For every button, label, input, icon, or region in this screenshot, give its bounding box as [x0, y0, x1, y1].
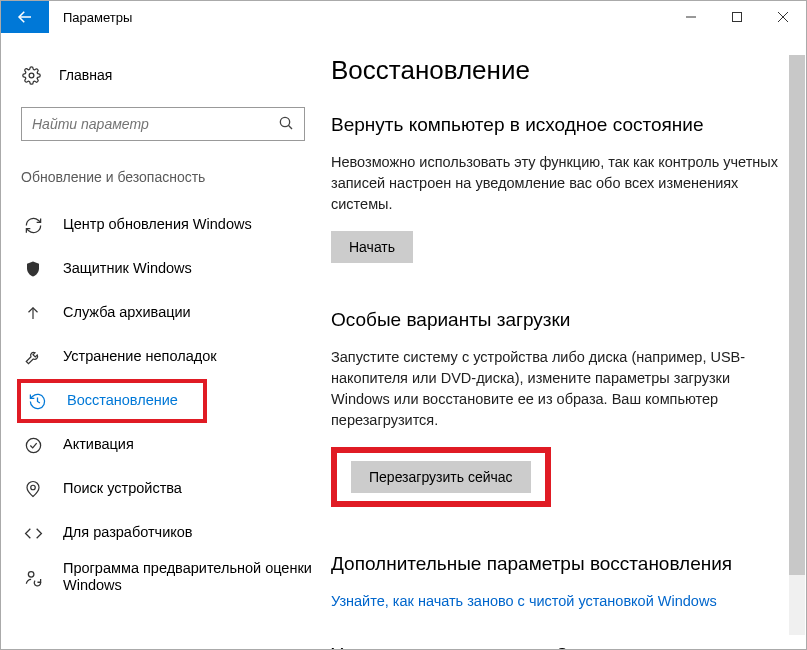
history-icon: [27, 392, 47, 411]
wrench-icon: [23, 348, 43, 366]
sync-icon: [23, 216, 43, 235]
advanced-body: Запустите систему с устройства либо диск…: [331, 347, 786, 431]
person-sync-icon: [23, 568, 43, 587]
sidebar-item-label: Поиск устройства: [63, 480, 331, 497]
home-link[interactable]: Главная: [21, 57, 331, 93]
svg-point-6: [280, 117, 289, 126]
minimize-button[interactable]: [668, 1, 714, 33]
section-faq: У вас появились вопросы?: [331, 644, 786, 649]
sidebar-item-label: Активация: [63, 436, 331, 453]
sidebar-item-recovery[interactable]: Восстановление: [17, 379, 207, 423]
location-icon: [23, 480, 43, 498]
sidebar: Главная Обновление и безопасность Центр …: [1, 33, 331, 649]
sidebar-item-label: Для разработчиков: [63, 524, 331, 541]
page-title: Восстановление: [331, 55, 786, 86]
svg-point-5: [29, 73, 34, 78]
reset-body: Невозможно использовать эту функцию, так…: [331, 152, 786, 215]
window-title: Параметры: [63, 10, 132, 25]
code-icon: [23, 524, 43, 543]
sidebar-item-defender[interactable]: Защитник Windows: [21, 247, 331, 291]
gear-icon: [21, 66, 41, 85]
search-icon: [278, 115, 294, 134]
group-title: Обновление и безопасность: [21, 169, 331, 185]
restart-now-button[interactable]: Перезагрузить сейчас: [351, 461, 531, 493]
section-reset: Вернуть компьютер в исходное состояние Н…: [331, 114, 786, 263]
sidebar-item-developers[interactable]: Для разработчиков: [21, 511, 331, 555]
sidebar-item-label: Восстановление: [67, 392, 203, 409]
sidebar-item-insider[interactable]: Программа предварительной оценки Windows: [21, 555, 331, 599]
back-button[interactable]: [1, 1, 49, 33]
sidebar-item-label: Центр обновления Windows: [63, 216, 331, 233]
sidebar-item-troubleshoot[interactable]: Устранение неполадок: [21, 335, 331, 379]
search-box[interactable]: [21, 107, 305, 141]
svg-rect-2: [733, 13, 742, 22]
reset-heading: Вернуть компьютер в исходное состояние: [331, 114, 786, 136]
home-label: Главная: [59, 67, 112, 83]
section-more-recovery: Дополнительные параметры восстановления …: [331, 553, 786, 612]
svg-point-11: [31, 485, 36, 490]
reset-button[interactable]: Начать: [331, 231, 413, 263]
sidebar-item-activation[interactable]: Активация: [21, 423, 331, 467]
settings-window: Параметры Главная: [0, 0, 807, 650]
sidebar-item-label: Служба архивации: [63, 304, 331, 321]
upload-icon: [23, 304, 43, 322]
restart-highlight: Перезагрузить сейчас: [331, 447, 551, 507]
section-advanced-startup: Особые варианты загрузки Запустите систе…: [331, 309, 786, 507]
sidebar-item-label: Устранение неполадок: [63, 348, 331, 365]
svg-line-7: [288, 125, 292, 129]
sidebar-item-backup[interactable]: Служба архивации: [21, 291, 331, 335]
titlebar: Параметры: [1, 1, 806, 33]
scrollbar-thumb[interactable]: [789, 55, 805, 575]
close-button[interactable]: [760, 1, 806, 33]
svg-point-12: [28, 571, 34, 577]
sidebar-item-windows-update[interactable]: Центр обновления Windows: [21, 203, 331, 247]
svg-point-10: [26, 438, 40, 452]
sidebar-item-find-device[interactable]: Поиск устройства: [21, 467, 331, 511]
sidebar-item-label: Программа предварительной оценки Windows: [63, 560, 331, 595]
sidebar-item-label: Защитник Windows: [63, 260, 331, 277]
faq-heading: У вас появились вопросы?: [331, 644, 786, 649]
scrollbar[interactable]: [789, 55, 805, 635]
content: Восстановление Вернуть компьютер в исход…: [331, 33, 806, 649]
maximize-button[interactable]: [714, 1, 760, 33]
check-circle-icon: [23, 436, 43, 455]
more-heading: Дополнительные параметры восстановления: [331, 553, 786, 575]
fresh-start-link[interactable]: Узнайте, как начать заново с чистой уста…: [331, 593, 717, 609]
search-input[interactable]: [32, 116, 278, 132]
advanced-heading: Особые варианты загрузки: [331, 309, 786, 331]
shield-icon: [23, 260, 43, 278]
